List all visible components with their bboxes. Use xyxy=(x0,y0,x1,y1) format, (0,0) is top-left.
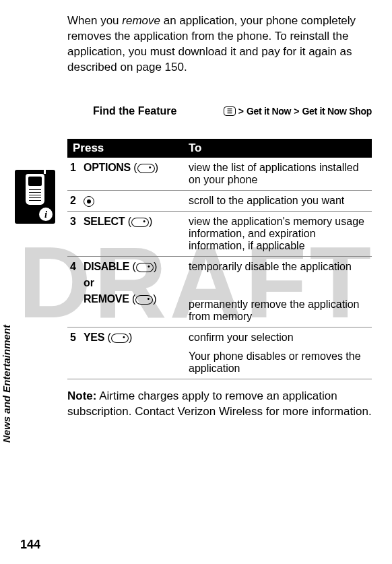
page-content: When you remove an application, your pho… xyxy=(0,0,392,433)
step-press: SELECT () xyxy=(84,211,183,256)
step-press: DISABLE () or REMOVE () xyxy=(84,256,183,327)
intro-emphasis: remove xyxy=(122,14,160,27)
step-desc: temporarily disable the application perm… xyxy=(183,256,372,327)
table-row: 5 YES () confirm your selection Your pho… xyxy=(67,327,372,379)
step-num: 2 xyxy=(67,190,84,211)
desc-confirm: confirm your selection xyxy=(189,332,366,344)
step-press: YES () xyxy=(84,327,183,379)
intro-pre: When you xyxy=(67,14,122,27)
find-feature-path: ☰ > Get it Now > Get it Now Shop xyxy=(224,106,372,117)
find-feature-label: Find the Feature xyxy=(67,105,176,117)
desc-remove: permanently remove the application from … xyxy=(189,292,366,323)
step-desc: view the list of applications installed … xyxy=(183,158,372,191)
intro-paragraph: When you remove an application, your pho… xyxy=(67,13,372,75)
phone-info-badge: i xyxy=(15,170,55,224)
steps-table: Press To 1 OPTIONS () view the list of a… xyxy=(67,139,372,379)
softkey-icon xyxy=(135,295,153,305)
action-remove: REMOVE xyxy=(84,293,129,305)
path-item-2: Get it Now Shop xyxy=(302,106,372,117)
table-row: 3 SELECT () view the application's memor… xyxy=(67,211,372,256)
step-desc: confirm your selection Your phone disabl… xyxy=(183,327,372,379)
menu-key-icon: ☰ xyxy=(224,106,236,116)
note-text: Airtime charges apply to remove an appli… xyxy=(67,389,372,418)
step-desc: scroll to the application you want xyxy=(183,190,372,211)
action-yes: YES xyxy=(84,332,104,343)
desc-disable: temporarily disable the application xyxy=(189,261,366,273)
path-item-1: Get it Now xyxy=(247,106,291,117)
find-feature-row: Find the Feature ☰ > Get it Now > Get it… xyxy=(67,105,372,117)
action-options: OPTIONS xyxy=(84,162,131,173)
step-desc: view the application's memory usage info… xyxy=(183,211,372,256)
step-num: 1 xyxy=(67,158,84,191)
step-num: 3 xyxy=(67,211,84,256)
note-paragraph: Note: Airtime charges apply to remove an… xyxy=(67,389,372,420)
action-disable: DISABLE xyxy=(84,261,129,272)
info-icon: i xyxy=(39,208,53,221)
step-num: 5 xyxy=(67,327,84,379)
step-press xyxy=(84,190,183,211)
table-row: 1 OPTIONS () view the list of applicatio… xyxy=(67,158,372,191)
table-row: 2 scroll to the application you want xyxy=(67,190,372,211)
page-number: 144 xyxy=(20,538,40,552)
nav-key-icon xyxy=(84,196,94,207)
step-num: 4 xyxy=(67,256,84,327)
desc-result: Your phone disables or removes the appli… xyxy=(189,344,366,375)
note-label: Note: xyxy=(67,389,96,402)
path-sep2: > xyxy=(294,106,299,117)
softkey-icon xyxy=(137,164,155,173)
action-select: SELECT xyxy=(84,216,125,227)
header-press: Press xyxy=(67,139,183,158)
table-row: 4 DISABLE () or REMOVE () temporarily di… xyxy=(67,256,372,327)
step-press: OPTIONS () xyxy=(84,158,183,191)
softkey-icon xyxy=(136,263,154,272)
softkey-icon xyxy=(131,218,149,227)
path-sep1: > xyxy=(238,106,244,117)
or-text: or xyxy=(84,277,178,289)
header-to: To xyxy=(183,139,372,158)
softkey-icon xyxy=(111,334,129,343)
